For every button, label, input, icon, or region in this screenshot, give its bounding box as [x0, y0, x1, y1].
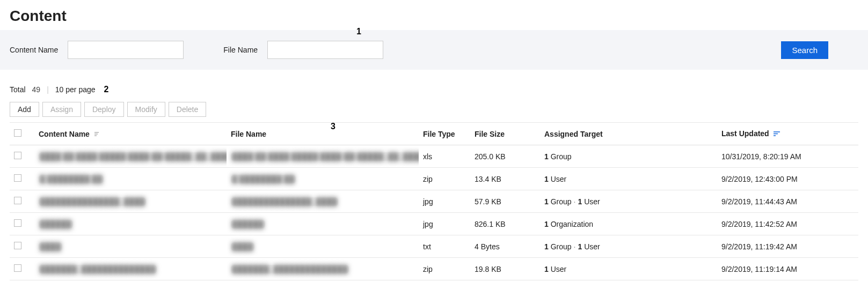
cell-assigned-target: 1 Organization — [540, 213, 717, 235]
cell-file-size: 13.4 KB — [470, 168, 540, 190]
cell-content-name[interactable]: ██████ — [34, 213, 227, 235]
sort-desc-icon — [774, 130, 780, 138]
cell-assigned-target: 1 User — [540, 258, 717, 280]
header-last-updated-label: Last Updated — [721, 129, 769, 138]
target-label: User — [584, 242, 600, 251]
filter-content-name: Content Name — [10, 41, 184, 59]
cell-last-updated: 9/2/2019, 11:42:52 AM — [717, 213, 858, 235]
cell-file-name: ████ ██ ████ █████ ████-██-█████_██_████… — [227, 145, 419, 168]
select-all-checkbox[interactable] — [14, 129, 21, 137]
page-title: Content — [0, 0, 868, 30]
content-name-text: ███████_██████████████ — [39, 265, 157, 273]
annotation-1: 1 — [356, 27, 361, 36]
content-name-text: ████ — [39, 242, 62, 251]
header-content-name[interactable]: Content Name — [34, 123, 227, 145]
target-count: 1 — [544, 175, 549, 183]
cell-assigned-target: 1 Group — [540, 145, 717, 168]
cell-content-name[interactable]: ███████_██████████████ — [34, 258, 227, 280]
header-file-size-label: File Size — [475, 130, 505, 138]
row-checkbox[interactable] — [14, 197, 21, 204]
header-checkbox-cell — [10, 123, 34, 145]
table-row: █ ████████ ███ ████████ ██zip13.4 KB1 Us… — [10, 168, 858, 190]
search-button[interactable]: Search — [781, 41, 828, 59]
row-checkbox[interactable] — [14, 174, 21, 182]
file-name-input[interactable] — [267, 41, 383, 59]
file-name-label: File Name — [223, 46, 258, 54]
row-checkbox[interactable] — [14, 264, 21, 272]
cell-content-name[interactable]: ████ — [34, 235, 227, 258]
cell-file-type: jpg — [419, 190, 470, 213]
header-file-type[interactable]: File Type — [419, 123, 470, 145]
target-label: User — [551, 265, 567, 273]
header-assigned-target[interactable]: Assigned Target — [540, 123, 717, 145]
content-name-label: Content Name — [10, 46, 58, 54]
modify-button[interactable]: Modify — [127, 102, 165, 117]
row-checkbox[interactable] — [14, 152, 21, 159]
deploy-button[interactable]: Deploy — [84, 102, 124, 117]
table-row: ████████████jpg826.1 KB1 Organization9/2… — [10, 213, 858, 235]
cell-content-name[interactable]: ███████████████_████ — [34, 190, 227, 213]
cell-assigned-target: 1 User — [540, 168, 717, 190]
cell-file-size: 826.1 KB — [470, 213, 540, 235]
content-name-text: █ ████████ ██ — [39, 175, 104, 183]
cell-file-size: 205.0 KB — [470, 145, 540, 168]
row-checkbox[interactable] — [14, 219, 21, 227]
row-checkbox-cell — [10, 213, 34, 235]
cell-content-name[interactable]: ████ ██ ████ █████ ████-██-█████_██_████… — [34, 145, 227, 168]
delete-button[interactable]: Delete — [169, 102, 206, 117]
target-label: Organization — [551, 220, 593, 228]
target-separator: · — [572, 242, 578, 251]
meta-row: Total 49 | 10 per page 2 — [0, 85, 868, 94]
row-checkbox-cell — [10, 190, 34, 213]
content-name-input[interactable] — [68, 41, 184, 59]
per-page-label[interactable]: 10 per page — [55, 85, 96, 94]
header-file-size[interactable]: File Size — [470, 123, 540, 145]
assign-button[interactable]: Assign — [42, 102, 81, 117]
cell-file-size: 4 Bytes — [470, 235, 540, 258]
target-label: Group — [551, 242, 572, 251]
sort-icon — [94, 132, 99, 137]
target-count: 1 — [544, 242, 549, 251]
cell-last-updated: 9/2/2019, 11:19:14 AM — [717, 258, 858, 280]
annotation-3: 3 — [331, 122, 335, 131]
cell-file-type: xls — [419, 145, 470, 168]
target-label: Group — [551, 197, 572, 206]
action-row: Add Assign Deploy Modify Delete — [0, 102, 868, 117]
cell-file-type: txt — [419, 235, 470, 258]
cell-content-name[interactable]: █ ████████ ██ — [34, 168, 227, 190]
row-checkbox[interactable] — [14, 242, 21, 249]
filter-bar: Content Name File Name Search — [0, 30, 868, 70]
target-count: 1 — [544, 197, 549, 206]
filter-file-name: File Name — [223, 41, 383, 59]
target-label: User — [584, 197, 600, 206]
cell-file-name: ████ — [227, 235, 419, 258]
content-name-text: ████ ██ ████ █████ ████-██-█████_██_████… — [39, 152, 227, 161]
header-file-name-label: File Name — [231, 130, 266, 138]
separator: | — [47, 85, 49, 94]
cell-file-type: zip — [419, 168, 470, 190]
header-file-type-label: File Type — [423, 130, 455, 138]
header-file-name[interactable]: File Name — [227, 123, 419, 145]
cell-last-updated: 10/31/2019, 8:20:19 AM — [717, 145, 858, 168]
cell-file-name: ███████████████_████ — [227, 190, 419, 213]
cell-file-type: zip — [419, 258, 470, 280]
annotation-2: 2 — [104, 85, 109, 94]
table-row: ███████████████_███████████████████_████… — [10, 190, 858, 213]
cell-last-updated: 9/2/2019, 11:19:42 AM — [717, 235, 858, 258]
header-last-updated[interactable]: Last Updated — [717, 123, 858, 145]
cell-last-updated: 9/2/2019, 12:43:00 PM — [717, 168, 858, 190]
table-row: ███████_█████████████████████_██████████… — [10, 258, 858, 280]
cell-file-size: 57.9 KB — [470, 190, 540, 213]
total-label: Total — [10, 85, 26, 94]
cell-file-name: █ ████████ ██ — [227, 168, 419, 190]
row-checkbox-cell — [10, 168, 34, 190]
file-name-text: ███████████████_████ — [231, 197, 338, 206]
row-checkbox-cell — [10, 235, 34, 258]
file-name-text: ██████ — [231, 220, 265, 228]
add-button[interactable]: Add — [10, 102, 39, 117]
cell-file-name: ██████ — [227, 213, 419, 235]
target-count: 1 — [544, 265, 549, 273]
target-label: Group — [551, 152, 572, 161]
cell-file-size: 19.8 KB — [470, 258, 540, 280]
file-name-text: █ ████████ ██ — [231, 175, 296, 183]
